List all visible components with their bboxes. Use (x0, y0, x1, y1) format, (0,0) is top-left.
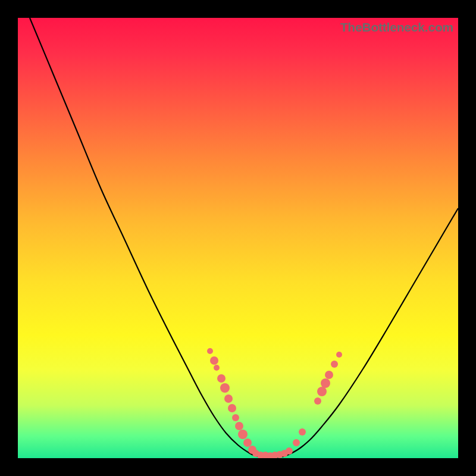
data-point (228, 404, 236, 412)
data-point (321, 378, 330, 388)
data-point (293, 439, 300, 446)
data-point (220, 383, 230, 393)
data-point (238, 430, 248, 439)
bottleneck-curve (30, 18, 458, 458)
data-point (210, 356, 218, 365)
data-point (217, 374, 226, 383)
plot-area: TheBottleneck.com (18, 18, 458, 458)
data-point (207, 348, 213, 354)
data-point (325, 371, 333, 379)
data-point (286, 447, 293, 455)
data-point (317, 387, 327, 396)
outer-frame: TheBottleneck.com (0, 0, 476, 476)
data-point (235, 422, 243, 430)
data-point (299, 428, 306, 436)
data-point (314, 397, 321, 405)
data-point (214, 365, 220, 371)
data-point (224, 394, 233, 403)
data-point (336, 352, 342, 358)
data-point (331, 361, 338, 368)
data-point (232, 414, 239, 421)
curve-svg (18, 18, 458, 458)
